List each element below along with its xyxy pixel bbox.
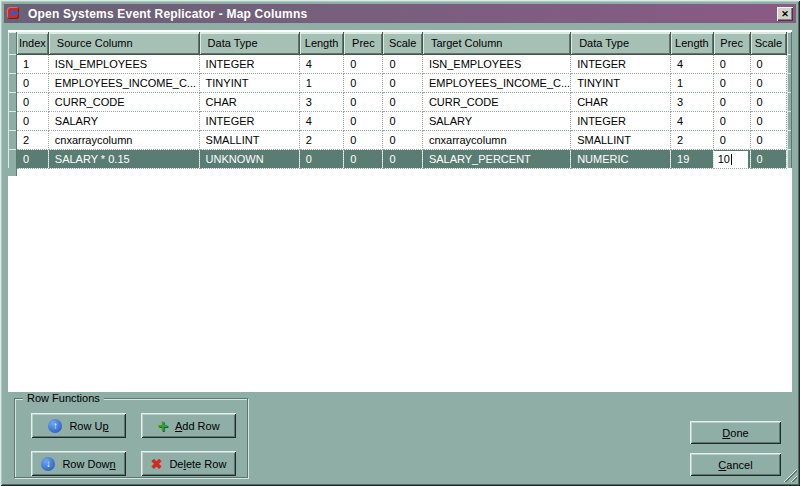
grid-cell[interactable]: INTEGER [199,111,299,130]
column-header[interactable]: Scale [750,32,787,54]
row-down-button[interactable]: ↓ Row Down [31,451,126,476]
grid-cell[interactable]: 0 [750,149,787,168]
grid-cell[interactable]: 1 [299,73,344,92]
grid-cell[interactable]: SALARY [48,111,199,130]
column-header[interactable]: Target Column [422,32,570,54]
grid-cell[interactable]: 0 [713,130,750,149]
grid-cell[interactable]: 0 [750,130,787,149]
cancel-button[interactable]: Cancel [690,453,781,476]
grid-cell[interactable]: INTEGER [571,111,671,130]
grid-cell[interactable]: 0 [750,92,787,111]
row-selector-gutter[interactable] [8,73,16,92]
grid-cell[interactable]: 0 [344,130,383,149]
column-header[interactable]: Data Type [199,32,299,54]
column-header[interactable]: Data Type [571,32,671,54]
grid-cell[interactable]: EMPLOYEES_INCOME_C... [48,73,199,92]
grid-cell[interactable]: 0 [713,92,750,111]
grid-cell[interactable]: 0 [344,111,383,130]
grid-cell[interactable]: 0 [16,73,48,92]
grid-cell[interactable]: CHAR [199,92,299,111]
table-row[interactable]: 0CURR_CODECHAR300CURR_CODECHAR300 [8,92,792,111]
grid-cell[interactable]: CURR_CODE [422,92,570,111]
grid-cell[interactable]: 3 [671,92,714,111]
grid-cell[interactable]: SMALLINT [199,130,299,149]
grid-cell[interactable]: 0 [383,92,422,111]
grid-cell[interactable]: TINYINT [571,73,671,92]
grid-cell[interactable]: 0 [16,111,48,130]
grid-cell[interactable]: 4 [299,54,344,73]
grid-cell[interactable]: CURR_CODE [48,92,199,111]
grid-cell[interactable]: SALARY [422,111,570,130]
grid-cell[interactable]: cnxarraycolumn [48,130,199,149]
grid-cell[interactable]: 3 [299,92,344,111]
grid-cell[interactable]: 0 [383,111,422,130]
grid-cell[interactable]: CHAR [571,92,671,111]
grid-cell[interactable]: SALARY_PERCENT [422,149,570,168]
grid-cell[interactable]: 1 [671,73,714,92]
grid-cell[interactable]: UNKNOWN [199,149,299,168]
row-selector-gutter[interactable] [8,149,16,168]
grid-cell[interactable]: 0 [299,149,344,168]
grid-cell[interactable]: 1 [16,54,48,73]
grid-cell[interactable]: 0 [344,149,383,168]
grid-cell[interactable]: 0 [713,111,750,130]
row-selector-gutter[interactable] [8,92,16,111]
grid-cell[interactable]: 0 [16,149,48,168]
column-header[interactable]: Scale [383,32,422,54]
table-row[interactable]: 2cnxarraycolumnSMALLINT200cnxarraycolumn… [8,130,792,149]
grid-cell[interactable]: INTEGER [199,54,299,73]
grid-cell[interactable]: 0 [16,92,48,111]
grid-cell[interactable]: 0 [750,111,787,130]
grid-cell[interactable]: 0 [750,73,787,92]
row-selector-gutter[interactable] [8,111,16,130]
grid-cell[interactable]: 4 [671,111,714,130]
grid-cell[interactable]: INTEGER [571,54,671,73]
grid-cell[interactable]: 0 [344,73,383,92]
table-row[interactable]: 0EMPLOYEES_INCOME_C...TINYINT100EMPLOYEE… [8,73,792,92]
grid-cell[interactable]: 0 [383,130,422,149]
resize-grip[interactable] [780,467,797,482]
grid-cell[interactable]: 0 [383,73,422,92]
column-header[interactable]: Source Column [48,32,199,54]
add-row-button[interactable]: + Add Row [141,413,236,438]
grid-cell[interactable]: SMALLINT [571,130,671,149]
row-selector-gutter[interactable] [8,54,16,73]
title-bar[interactable]: Open Systems Event Replicator - Map Colu… [4,4,796,23]
column-header[interactable]: Index [16,32,48,54]
table-row[interactable]: 0SALARY * 0.15UNKNOWN000SALARY_PERCENTNU… [8,149,792,168]
grid-cell[interactable]: 19 [671,149,714,168]
grid-cell[interactable]: 10 [713,149,750,168]
close-icon[interactable]: ✕ [777,7,793,21]
grid-cell[interactable]: TINYINT [199,73,299,92]
grid-cell[interactable]: 0 [750,54,787,73]
grid-cell[interactable]: 4 [671,54,714,73]
done-button[interactable]: Done [690,421,781,444]
table-row[interactable]: 1ISN_EMPLOYEESINTEGER400ISN_EMPLOYEESINT… [8,54,792,73]
grid-cell[interactable]: ISN_EMPLOYEES [48,54,199,73]
column-header[interactable]: Prec [344,32,383,54]
grid-cell[interactable]: cnxarraycolumn [422,130,570,149]
grid-cell[interactable]: 2 [299,130,344,149]
map-columns-grid: IndexSource ColumnData TypeLengthPrecSca… [8,30,792,392]
grid-cell[interactable]: 0 [344,54,383,73]
grid-cell[interactable]: 0 [713,54,750,73]
table-row[interactable]: 0SALARYINTEGER400SALARYINTEGER400 [8,111,792,130]
grid-cell[interactable]: 2 [671,130,714,149]
column-header[interactable]: Prec [713,32,750,54]
grid-cell[interactable]: 0 [383,149,422,168]
grid-cell[interactable]: ISN_EMPLOYEES [422,54,570,73]
grid-cell[interactable]: 2 [16,130,48,149]
column-header[interactable]: Length [299,32,344,54]
grid-cell[interactable]: 0 [344,92,383,111]
grid-cell[interactable]: EMPLOYEES_INCOME_C... [422,73,570,92]
delete-row-button[interactable]: ✖ Delete Row [141,451,236,476]
grid-cell[interactable]: NUMERIC [571,149,671,168]
grid-cell[interactable]: 0 [713,73,750,92]
row-selector-gutter[interactable] [8,130,16,149]
row-up-button[interactable]: ↑ Row Up [31,413,126,438]
prec-edit-input[interactable]: 10 [714,151,748,168]
column-header[interactable]: Length [671,32,714,54]
grid-cell[interactable]: 0 [383,54,422,73]
grid-cell[interactable]: 4 [299,111,344,130]
grid-cell[interactable]: SALARY * 0.15 [48,149,199,168]
